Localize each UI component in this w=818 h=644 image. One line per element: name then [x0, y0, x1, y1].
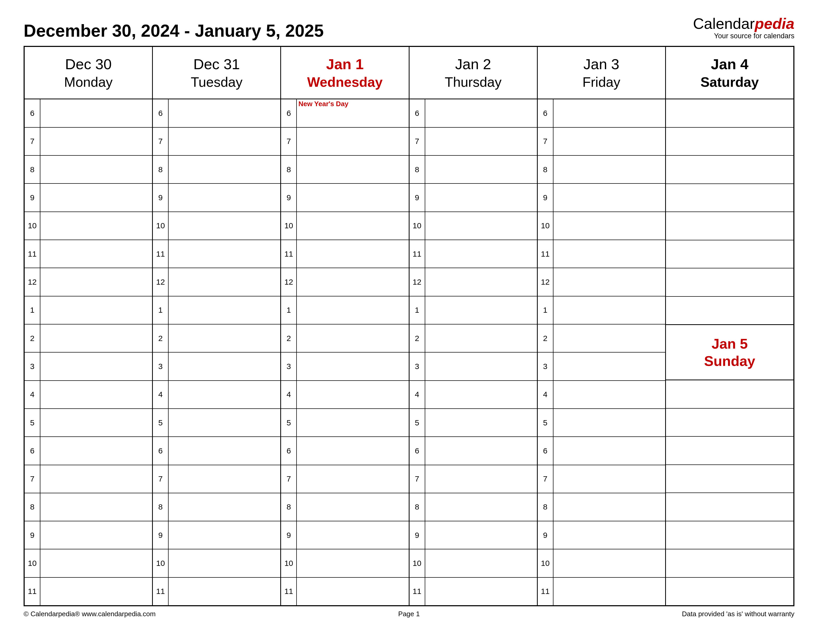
hour-body [40, 156, 152, 183]
hour-row: 5 [281, 409, 408, 437]
hour-row: 5 [153, 409, 280, 437]
hour-body [425, 128, 537, 155]
hour-row: 5 [538, 409, 665, 437]
hour-row: 6 [25, 99, 152, 127]
hour-body [297, 465, 408, 493]
hour-row: 5 [25, 409, 152, 437]
hour-body [297, 156, 408, 183]
hour-label: 3 [153, 353, 169, 380]
hour-label: 9 [410, 184, 425, 211]
hour-label: 6 [410, 437, 425, 465]
hour-body [425, 353, 537, 380]
hour-row: 10 [25, 212, 152, 240]
hour-body [297, 296, 408, 324]
hour-row: 11 [25, 240, 152, 268]
hour-row: 7 [153, 465, 280, 493]
hour-row: 3 [281, 353, 408, 380]
hour-label: 6 [410, 99, 425, 127]
hour-label: 10 [281, 212, 297, 239]
hour-row: 7 [25, 128, 152, 156]
hour-body [169, 325, 280, 352]
weekend-row [666, 578, 793, 605]
hour-body [425, 521, 537, 549]
hour-row: 4 [281, 381, 408, 409]
day-name: Friday [583, 74, 620, 90]
hour-label: 9 [153, 184, 169, 211]
hour-label: 2 [153, 325, 169, 352]
hour-row: 12 [281, 268, 408, 296]
hour-body [425, 156, 537, 183]
hour-row: 9 [25, 184, 152, 212]
day-name: Thursday [445, 74, 502, 90]
hour-label: 8 [25, 156, 40, 183]
hour-label: 9 [25, 184, 40, 211]
weekend-row [666, 549, 793, 577]
hour-label: 7 [25, 465, 40, 493]
footer-disclaimer: Data provided 'as is' without warranty [537, 610, 794, 618]
hour-body [297, 578, 408, 605]
hour-label: 12 [538, 268, 554, 296]
hour-body [554, 493, 665, 521]
day-date: Jan 2 [455, 55, 491, 73]
hour-row: 10 [538, 212, 665, 240]
hour-row: 6New Year's Day [281, 99, 408, 127]
hour-row: 9 [410, 184, 537, 212]
hour-label: 1 [538, 296, 554, 324]
hour-row: 1 [281, 296, 408, 325]
weekend-row [666, 184, 793, 212]
hour-label: 7 [25, 128, 40, 155]
hour-row: 10 [281, 212, 408, 240]
hour-body [554, 156, 665, 183]
hour-row: 11 [410, 240, 537, 268]
brand-prefix: Calendar [693, 15, 755, 32]
hour-label: 3 [25, 353, 40, 380]
hour-row: 11 [538, 578, 665, 605]
hour-body [554, 240, 665, 268]
hour-body [425, 549, 537, 577]
hour-label: 10 [153, 549, 169, 577]
hour-label: 5 [25, 409, 40, 436]
hour-body [554, 99, 665, 127]
hour-body [554, 549, 665, 577]
hour-label: 12 [281, 268, 297, 296]
hour-row: 9 [410, 521, 537, 549]
weekend-row [666, 380, 793, 408]
hour-row: 1 [410, 296, 537, 325]
hour-body [169, 99, 280, 127]
hour-label: 10 [25, 549, 40, 577]
hour-row: 7 [281, 128, 408, 156]
hour-row: 8 [281, 493, 408, 521]
hour-row: 10 [281, 549, 408, 577]
hour-body [169, 353, 280, 380]
hour-row: 12 [25, 268, 152, 296]
hour-row: 1 [538, 296, 665, 325]
day-column: Dec 30Monday67891011121234567891011 [25, 47, 153, 605]
hour-body [425, 99, 537, 127]
hour-label: 9 [25, 521, 40, 549]
hour-body [40, 296, 152, 324]
hour-body [297, 493, 408, 521]
hour-label: 6 [153, 99, 169, 127]
hour-body [554, 353, 665, 380]
hour-label: 9 [538, 184, 554, 211]
hour-body [169, 578, 280, 605]
hour-row: 10 [153, 212, 280, 240]
day-column: Dec 31Tuesday67891011121234567891011 [153, 47, 281, 605]
hour-body [169, 212, 280, 239]
hour-label: 10 [410, 212, 425, 239]
hour-label: 10 [538, 212, 554, 239]
hour-label: 10 [410, 549, 425, 577]
hour-body [40, 578, 152, 605]
hour-row: 5 [410, 409, 537, 437]
hour-body [425, 268, 537, 296]
hour-body [297, 128, 408, 155]
hour-label: 8 [281, 493, 297, 521]
hour-label: 3 [538, 353, 554, 380]
hour-row: 4 [410, 381, 537, 409]
weekend-row [666, 268, 793, 296]
hour-label: 11 [25, 240, 40, 268]
hour-label: 12 [153, 268, 169, 296]
hour-body [40, 549, 152, 577]
day-date: Jan 5 [712, 336, 748, 352]
hour-body [554, 296, 665, 324]
